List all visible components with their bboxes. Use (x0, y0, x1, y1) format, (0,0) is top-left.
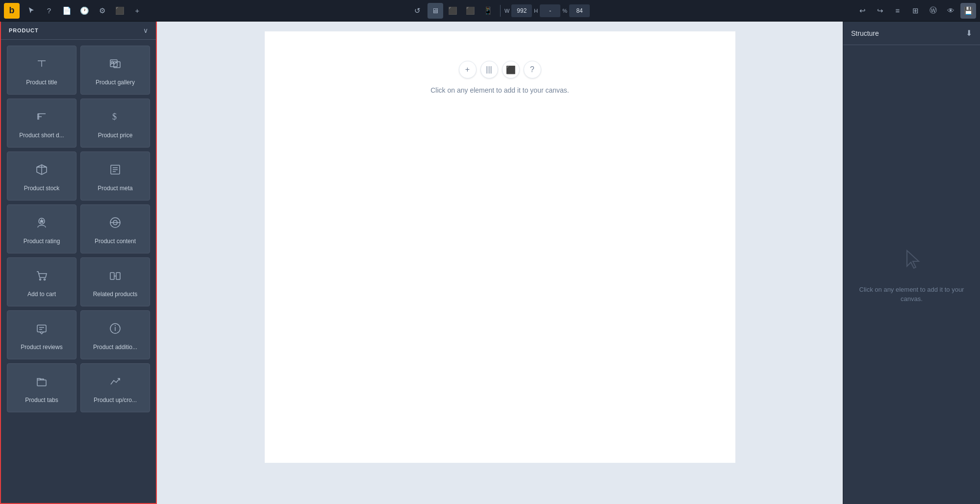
product-price-icon: $ (107, 109, 123, 127)
toolbar-save-btn[interactable]: 💾 (960, 3, 976, 19)
widget-add-to-cart[interactable]: Add to cart (7, 257, 76, 306)
widget-product-rating-label: Product rating (24, 238, 60, 246)
product-rating-icon (34, 215, 50, 233)
toolbar-preview-btn[interactable]: 👁 (943, 3, 958, 19)
toolbar-wp-btn[interactable]: Ⓦ (925, 3, 941, 19)
widget-product-price-label: Product price (98, 132, 133, 140)
product-stock-icon (34, 162, 50, 180)
widget-product-rating[interactable]: Product rating (7, 204, 76, 253)
widget-add-to-cart-label: Add to cart (27, 291, 56, 299)
toolbar-tablet-landscape-btn[interactable]: ⬛ (445, 3, 461, 19)
toolbar-undo-btn[interactable]: ↩ (854, 3, 870, 19)
widget-product-price[interactable]: $ Product price (80, 99, 150, 148)
toolbar-sep-1 (500, 5, 501, 17)
svg-rect-22 (110, 273, 114, 279)
canvas-help-btn[interactable]: ? (524, 61, 541, 78)
widget-product-meta[interactable]: Product meta (80, 151, 150, 201)
hamburger-icon: ≡ (896, 6, 900, 15)
widget-product-reviews-label: Product reviews (21, 344, 62, 352)
widget-product-title-label: Product title (26, 79, 57, 87)
product-title-icon (34, 56, 50, 74)
svg-rect-23 (116, 273, 120, 279)
toolbar-hamburger-btn[interactable]: ≡ (890, 3, 905, 19)
sidebar-section-title: PRODUCT (9, 27, 39, 33)
widget-product-tabs-label: Product tabs (25, 397, 58, 404)
widget-product-reviews[interactable]: Product reviews (7, 310, 76, 359)
width-input[interactable] (511, 4, 532, 17)
toolbar-grid-btn[interactable]: ⊞ (907, 3, 923, 19)
toolbar-pages-btn[interactable]: 📄 (59, 3, 75, 19)
height-input[interactable] (540, 4, 560, 17)
main-layout: PRODUCT ∨ Product title (0, 22, 980, 504)
product-content-icon (107, 215, 123, 233)
canvas-hint: Click on any element to add it to your c… (430, 86, 569, 94)
cursor-icon (27, 7, 35, 15)
app-logo[interactable]: b (4, 3, 20, 19)
tablet-icon: ⬛ (466, 6, 475, 15)
toolbar-mobile-btn[interactable]: 📱 (480, 3, 496, 19)
toolbar-tablet-btn[interactable]: ⬛ (463, 3, 478, 19)
widget-product-tabs[interactable]: Product tabs (7, 363, 76, 412)
widget-product-stock[interactable]: Product stock (7, 151, 76, 201)
toolbar-add-btn[interactable]: + (129, 3, 145, 19)
widget-related-products[interactable]: Related products (80, 257, 150, 306)
pages-icon: 📄 (62, 6, 72, 15)
wp-icon: Ⓦ (930, 6, 937, 15)
widget-product-content[interactable]: Product content (80, 204, 150, 253)
toolbar-cursor-btn[interactable] (24, 3, 39, 19)
toolbar-refresh-btn[interactable]: ↺ (410, 3, 426, 19)
toolbar-settings-btn[interactable]: ⚙ (94, 3, 110, 19)
toolbar-right: ↩ ↪ ≡ ⊞ Ⓦ 👁 💾 (854, 3, 976, 19)
canvas-template-btn[interactable]: ⬛ (502, 61, 520, 78)
toolbar-desktop-btn[interactable]: 🖥 (427, 3, 443, 19)
widget-product-meta-label: Product meta (98, 185, 132, 193)
canvas-frame: + ||| ⬛ ? Click on any element to add it… (265, 31, 735, 463)
product-reviews-icon (34, 321, 50, 339)
product-gallery-icon (107, 56, 123, 74)
height-label: H (534, 8, 538, 14)
desktop-icon: 🖥 (431, 6, 439, 15)
chevron-down-icon[interactable]: ∨ (143, 26, 148, 34)
toolbar-structure-btn[interactable]: ⬛ (112, 3, 127, 19)
eye-icon: 👁 (947, 6, 955, 15)
toolbar-help-btn[interactable]: ? (41, 3, 57, 19)
widget-product-content-label: Product content (95, 238, 136, 246)
widget-product-short-desc[interactable]: Product short d... (7, 99, 76, 148)
widget-product-gallery[interactable]: Product gallery (80, 46, 150, 95)
toolbar-history-btn[interactable]: 🕐 (76, 3, 92, 19)
top-toolbar: b ? 📄 🕐 ⚙ ⬛ + ↺ 🖥 ⬛ ⬛ 📱 (0, 0, 980, 22)
sidebar-header: PRODUCT ∨ (1, 22, 156, 40)
right-panel-hint: Click on any element to add it to your c… (853, 285, 970, 304)
widget-product-additional[interactable]: Product additio... (80, 310, 150, 359)
toolbar-redo-btn[interactable]: ↪ (872, 3, 888, 19)
redo-icon: ↪ (877, 6, 883, 15)
widget-product-stock-label: Product stock (24, 185, 60, 193)
canvas-add-btn[interactable]: + (459, 61, 477, 78)
percent-label: % (562, 8, 567, 14)
height-input-group: H (534, 4, 560, 17)
structure-icon: ⬛ (115, 6, 125, 15)
width-input-group: W (504, 4, 532, 17)
right-panel-header: Structure ⬇ (843, 22, 980, 45)
left-sidebar: PRODUCT ∨ Product title (0, 22, 157, 504)
product-short-desc-icon (34, 109, 50, 127)
canvas-area: + ||| ⬛ ? Click on any element to add it… (157, 22, 843, 504)
product-upcross-icon (107, 374, 123, 392)
widget-product-short-desc-label: Product short d... (19, 132, 64, 140)
canvas-template-icon: ⬛ (506, 65, 516, 75)
undo-icon: ↩ (859, 6, 866, 15)
widget-product-upcross[interactable]: Product up/cro... (80, 363, 150, 412)
zoom-input[interactable] (569, 4, 590, 17)
add-to-cart-icon (34, 268, 50, 286)
svg-point-30 (115, 325, 116, 326)
question-icon: ? (47, 6, 51, 15)
svg-rect-25 (37, 325, 46, 332)
widget-product-title[interactable]: Product title (7, 46, 76, 95)
svg-text:$: $ (112, 112, 117, 122)
grid-icon: ⊞ (912, 6, 919, 15)
widget-product-upcross-label: Product up/cro... (94, 397, 137, 404)
canvas-columns-btn[interactable]: ||| (480, 61, 498, 78)
download-icon[interactable]: ⬇ (966, 28, 972, 38)
svg-point-21 (44, 278, 46, 280)
right-panel-cursor-icon (898, 246, 926, 275)
